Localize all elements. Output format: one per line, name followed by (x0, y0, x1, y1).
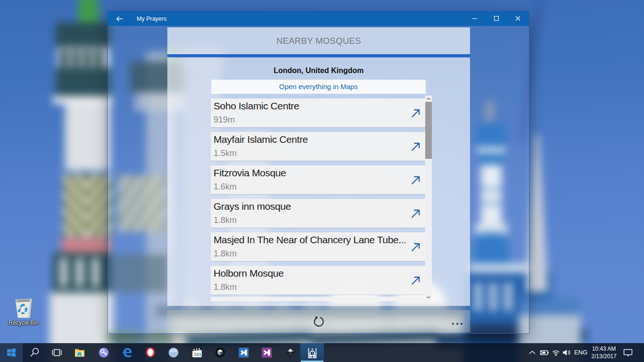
svg-text:1: 1 (199, 352, 202, 357)
svg-text:2: 2 (197, 352, 199, 357)
svg-text:3: 3 (194, 352, 196, 357)
svg-text:qb: qb (171, 350, 176, 355)
